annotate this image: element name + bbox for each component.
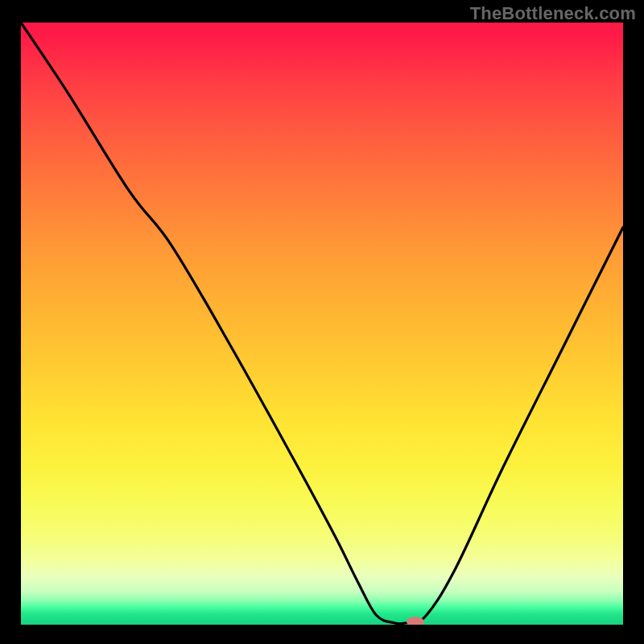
chart-frame: TheBottleneck.com — [0, 0, 644, 644]
watermark-text: TheBottleneck.com — [470, 3, 636, 24]
optimal-marker — [407, 617, 424, 625]
curve-layer — [21, 23, 623, 625]
plot-area — [21, 23, 623, 625]
bottleneck-curve — [21, 23, 623, 624]
